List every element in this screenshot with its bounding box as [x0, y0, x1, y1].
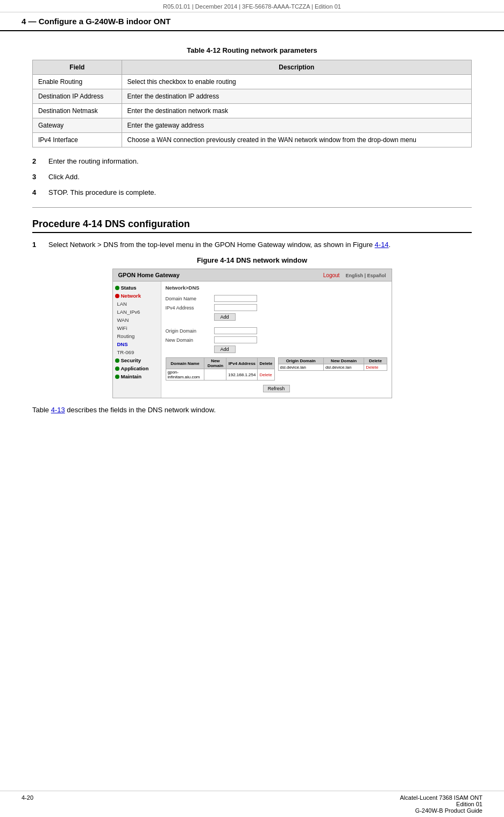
security-dot: [115, 358, 119, 363]
col-field: Field: [33, 60, 122, 75]
page-footer: 4-20 Alcatel-Lucent 7368 ISAM ONT Editio…: [0, 791, 504, 817]
table-ref-paragraph: Table 4-13 describes the fields in the D…: [32, 406, 472, 414]
table-row: GatewayEnter the gateway address: [33, 118, 472, 133]
ipv4-address-input[interactable]: [214, 304, 257, 311]
cell-domain: gpon-infinitam.alu.com: [166, 369, 204, 381]
chapter-header: 4 — Configure a G-240W-B indoor ONT: [0, 12, 504, 31]
dns-table-1-container: Domain Name New Domain IPv4 Address Dele…: [166, 357, 275, 383]
dns-table-2: Origin Domain New Domain Delete dsl.devi…: [278, 357, 387, 371]
ipv4-address-label: IPv4 Address: [166, 305, 214, 311]
refresh-button[interactable]: Refresh: [263, 385, 290, 392]
page-header: R05.01.01 | December 2014 | 3FE-56678-AA…: [0, 0, 504, 12]
domain-name-row: Domain Name: [166, 295, 387, 302]
dns-breadcrumb: Network>DNS: [166, 285, 387, 291]
sidebar-item-tr069[interactable]: TR-069: [113, 348, 161, 356]
step-4: 4 STOP. This procedure is complete.: [32, 188, 472, 196]
figure-title: Figure 4-14 DNS network window: [32, 256, 472, 264]
table-row: dsl.device.lan dsl.device.lan Delete: [278, 364, 387, 371]
step-1-dns-num: 1: [32, 241, 48, 249]
dns-table-2-container: Origin Domain New Domain Delete dsl.devi…: [278, 357, 387, 383]
sidebar-item-lan-ipv6[interactable]: LAN_IPv6: [113, 308, 161, 316]
routing-params-table: Field Description Enable RoutingSelect t…: [32, 60, 472, 147]
dns-window-body: Status Network LAN LAN_IPv6 WAN WiFi Rou…: [113, 281, 392, 398]
table-13-link[interactable]: 4-13: [51, 406, 65, 414]
table-row: Enable RoutingSelect this checkbox to en…: [33, 75, 472, 89]
sidebar-item-wifi[interactable]: WiFi: [113, 324, 161, 332]
origin-domain-label: Origin Domain: [166, 328, 214, 334]
col-domain-name: Domain Name: [166, 358, 204, 369]
add-button-2[interactable]: Add: [214, 346, 236, 353]
col-ipv4-addr: IPv4 Address: [226, 358, 258, 369]
table-row: Destination IP AddressEnter the destinat…: [33, 89, 472, 104]
sidebar-item-routing[interactable]: Routing: [113, 332, 161, 340]
sidebar-maintain-label: Maintain: [121, 374, 142, 379]
application-dot: [115, 367, 119, 371]
sidebar-item-maintain[interactable]: Maintain: [113, 372, 161, 381]
cell-new-domain-val: dsl.device.lan: [323, 364, 364, 371]
logout-button[interactable]: Logout: [323, 272, 340, 278]
step-2-text: Enter the routing information.: [48, 157, 139, 165]
new-domain-row: New Domain: [166, 336, 387, 343]
cell-origin: dsl.device.lan: [278, 364, 323, 371]
maintain-dot: [115, 375, 119, 379]
network-dot: [115, 294, 119, 298]
dns-tables-area: Domain Name New Domain IPv4 Address Dele…: [166, 357, 387, 383]
step-4-num: 4: [32, 188, 48, 196]
sidebar-security-label: Security: [121, 357, 141, 363]
domain-name-input[interactable]: [214, 295, 257, 302]
col-new-domain: New Domain: [204, 358, 226, 369]
sidebar-item-lan[interactable]: LAN: [113, 300, 161, 308]
sidebar-application-label: Application: [121, 365, 149, 371]
footer-product: Alcatel-Lucent 7368 ISAM ONT: [400, 794, 482, 801]
sidebar-item-status[interactable]: Status: [113, 284, 161, 292]
col-description: Description: [122, 60, 471, 75]
header-text: R05.01.01 | December 2014 | 3FE-56678-AA…: [163, 3, 341, 10]
origin-domain-input[interactable]: [214, 327, 257, 334]
table-row: Destination NetmaskEnter the destination…: [33, 104, 472, 118]
footer-guide: G-240W-B Product Guide: [400, 807, 482, 814]
dns-window-title: GPON Home Gateway: [118, 272, 180, 278]
table-row: IPv4 InterfaceChoose a WAN connection pr…: [33, 133, 472, 147]
chapter-title: Configure a G-240W-B indoor ONT: [39, 17, 171, 26]
sidebar-item-network[interactable]: Network: [113, 292, 161, 300]
sidebar-item-security[interactable]: Security: [113, 356, 161, 364]
sidebar-item-wan[interactable]: WAN: [113, 316, 161, 324]
sidebar-status-label: Status: [121, 285, 137, 291]
col-new-domain-2: New Domain: [323, 358, 364, 364]
procedure-title: Procedure 4-14 DNS configuration: [32, 219, 472, 233]
delete-link-2[interactable]: Delete: [366, 365, 378, 370]
section-divider: [32, 207, 472, 208]
dns-window: GPON Home Gateway Logout English | Españ…: [112, 269, 392, 398]
dns-table-1: Domain Name New Domain IPv4 Address Dele…: [166, 357, 275, 381]
footer-right: Alcatel-Lucent 7368 ISAM ONT Edition 01 …: [400, 794, 482, 814]
chapter-number: 4: [22, 17, 26, 26]
dns-window-header: GPON Home Gateway Logout English | Españ…: [113, 269, 392, 281]
step-1-dns-text: Select Network > DNS from the top-level …: [48, 241, 391, 249]
add-button-1[interactable]: Add: [214, 313, 236, 321]
new-domain-input[interactable]: [214, 336, 257, 343]
col-delete: Delete: [258, 358, 274, 369]
delete-link-1[interactable]: Delete: [259, 372, 272, 377]
sidebar-item-application[interactable]: Application: [113, 364, 161, 372]
step-3-text: Click Add.: [48, 173, 80, 181]
figure-link[interactable]: 4-14: [375, 241, 389, 249]
col-delete-2: Delete: [364, 358, 387, 364]
step-3: 3 Click Add.: [32, 173, 472, 181]
step-2-num: 2: [32, 157, 48, 165]
footer-page-number: 4-20: [22, 794, 33, 814]
cell-delete: Delete: [258, 369, 274, 381]
origin-domain-row: Origin Domain: [166, 327, 387, 334]
domain-name-label: Domain Name: [166, 296, 214, 301]
table-row: gpon-infinitam.alu.com 192.168.1.254 Del…: [166, 369, 274, 381]
dns-main-content: Network>DNS Domain Name IPv4 Address Add…: [161, 281, 392, 398]
dns-sidebar: Status Network LAN LAN_IPv6 WAN WiFi Rou…: [113, 281, 161, 398]
ipv4-address-row: IPv4 Address: [166, 304, 387, 311]
step-2: 2 Enter the routing information.: [32, 157, 472, 165]
status-dot: [115, 286, 119, 290]
step-3-num: 3: [32, 173, 48, 181]
cell-ipv4: 192.168.1.254: [226, 369, 258, 381]
language-selector[interactable]: English | Español: [345, 273, 386, 278]
new-domain-label: New Domain: [166, 337, 214, 343]
sidebar-network-label: Network: [121, 293, 141, 299]
sidebar-item-dns[interactable]: DNS: [113, 340, 161, 348]
